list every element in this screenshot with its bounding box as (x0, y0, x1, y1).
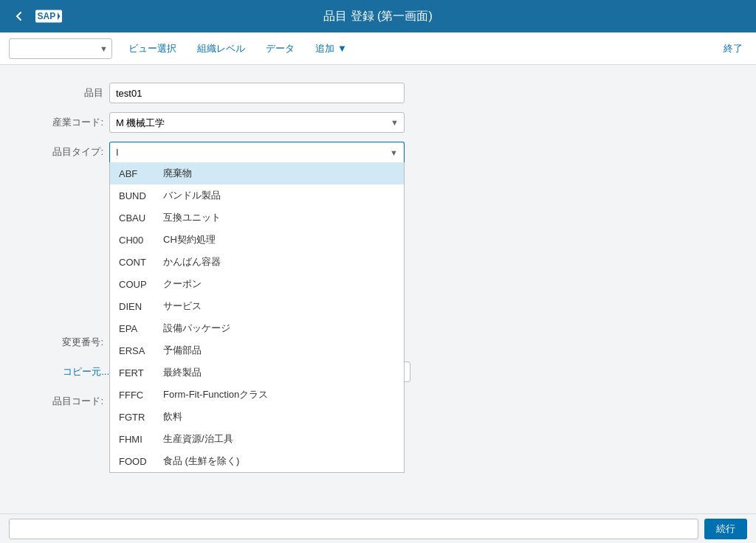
hinmoku-type-arrow-icon: ▼ (390, 148, 398, 157)
dropdown-item-code: DIEN (119, 301, 148, 312)
dropdown-item-code: ABF (119, 168, 148, 179)
view-select[interactable] (9, 38, 112, 59)
dropdown-item-desc: 設備パッケージ (163, 322, 230, 335)
bottom-input[interactable] (9, 519, 698, 539)
dropdown-item-desc: 予備部品 (163, 344, 202, 357)
dropdown-item[interactable]: CONTかんばん容器 (110, 251, 404, 273)
hinmoku-type-value: I (116, 147, 119, 158)
dropdown-item[interactable]: FERT最終製品 (110, 362, 404, 384)
copy-label[interactable]: コピー元... (30, 365, 109, 378)
dropdown-item-desc: Form-Fit-Functionクラス (163, 388, 268, 401)
hinmoku-type-row: 品目タイプ: I ▼ ABF廃棄物BUNDバンドル製品CBAU互換ユニットCH0… (30, 142, 726, 162)
dropdown-item-code: EPA (119, 323, 148, 334)
svg-text:SAP: SAP (38, 11, 56, 21)
sangyo-select[interactable]: M 機械工学 (109, 112, 405, 133)
dropdown-item-desc: 食品 (生鮮を除く) (163, 454, 239, 468)
dropdown-item-desc: かんばん容器 (163, 255, 221, 269)
dropdown-item-code: FFFC (119, 390, 148, 401)
sangyo-label: 産業コード: (30, 116, 103, 129)
end-button[interactable]: 終了 (719, 39, 747, 58)
dropdown-item[interactable]: DIENサービス (110, 295, 404, 317)
dropdown-item-desc: バンドル製品 (163, 189, 221, 202)
dropdown-item-code: FOOD (119, 456, 148, 467)
hinmoku-row: 品目 (30, 83, 726, 103)
dropdown-item[interactable]: ERSA予備部品 (110, 339, 404, 362)
sangyo-select-wrapper: M 機械工学 ▼ (109, 112, 405, 133)
dropdown-item-code: COUP (119, 279, 148, 290)
sap-logo: SAP (35, 7, 62, 25)
hinmoku-code-label: 品目コード: (30, 395, 103, 408)
dropdown-item[interactable]: FFFCForm-Fit-Functionクラス (110, 384, 404, 406)
hinmoku-label: 品目 (30, 86, 103, 100)
form-section: 品目 産業コード: M 機械工学 ▼ 品目タイプ: I ▼ (0, 83, 756, 353)
add-arrow-icon: ▼ (337, 43, 347, 54)
dropdown-item-code: ERSA (119, 345, 148, 356)
hinmoku-type-trigger[interactable]: I ▼ (109, 142, 405, 162)
dropdown-item[interactable]: CH00CH契約処理 (110, 229, 404, 251)
add-button[interactable]: 追加 ▼ (311, 39, 351, 58)
org-level-button[interactable]: 組織レベル (193, 39, 250, 58)
dropdown-item-code: FERT (119, 367, 148, 378)
view-select-wrapper: ▼ (9, 38, 112, 59)
toolbar: ▼ ビュー選択 組織レベル データ 追加 ▼ 終了 (0, 32, 756, 65)
hinmoku-type-dropdown: I ▼ ABF廃棄物BUNDバンドル製品CBAU互換ユニットCH00CH契約処理… (109, 142, 405, 162)
dropdown-item[interactable]: FHMI生産資源/治工具 (110, 428, 404, 450)
title-bar: SAP 品目 登録 (第一画面) (0, 0, 756, 32)
dropdown-item-code: BUND (119, 190, 148, 201)
data-button[interactable]: データ (261, 39, 299, 58)
continue-button[interactable]: 続行 (704, 519, 747, 539)
dropdown-item-desc: CH契約処理 (163, 233, 216, 246)
dropdown-item-desc: 廃棄物 (163, 167, 192, 180)
dropdown-item-code: CBAU (119, 212, 148, 224)
dropdown-item-code: CONT (119, 257, 148, 268)
main-content: 品目 産業コード: M 機械工学 ▼ 品目タイプ: I ▼ (0, 65, 756, 513)
hinmoku-type-list: ABF廃棄物BUNDバンドル製品CBAU互換ユニットCH00CH契約処理CONT… (109, 162, 405, 473)
dropdown-item[interactable]: CBAU互換ユニット (110, 207, 404, 229)
dropdown-item[interactable]: COUPクーポン (110, 273, 404, 295)
dropdown-item-desc: 互換ユニット (163, 211, 221, 224)
page-title: 品目 登録 (第一画面) (323, 9, 433, 24)
dropdown-item[interactable]: ABF廃棄物 (110, 162, 404, 184)
dropdown-item-desc: サービス (163, 300, 202, 313)
bottom-bar: 続行 (0, 513, 756, 543)
dropdown-item-desc: クーポン (163, 277, 202, 291)
dropdown-item[interactable]: FOOD食品 (生鮮を除く) (110, 450, 404, 472)
hinmoku-input[interactable] (109, 83, 405, 103)
dropdown-item[interactable]: EPA設備パッケージ (110, 317, 404, 339)
back-button[interactable] (9, 6, 30, 27)
hinmoku-type-label: 品目タイプ: (30, 145, 103, 159)
dropdown-item-desc: 最終製品 (163, 366, 202, 379)
sangyo-row: 産業コード: M 機械工学 ▼ (30, 112, 726, 133)
dropdown-item-code: FHMI (119, 434, 148, 445)
dropdown-item-desc: 飲料 (163, 410, 182, 423)
dropdown-item[interactable]: BUNDバンドル製品 (110, 184, 404, 207)
dropdown-item-code: CH00 (119, 235, 148, 246)
view-select-button[interactable]: ビュー選択 (124, 39, 181, 58)
henko-label: 変更番号: (30, 336, 103, 349)
dropdown-item-code: FGTR (119, 412, 148, 423)
dropdown-item-desc: 生産資源/治工具 (163, 432, 233, 446)
dropdown-item[interactable]: FGTR飲料 (110, 406, 404, 428)
